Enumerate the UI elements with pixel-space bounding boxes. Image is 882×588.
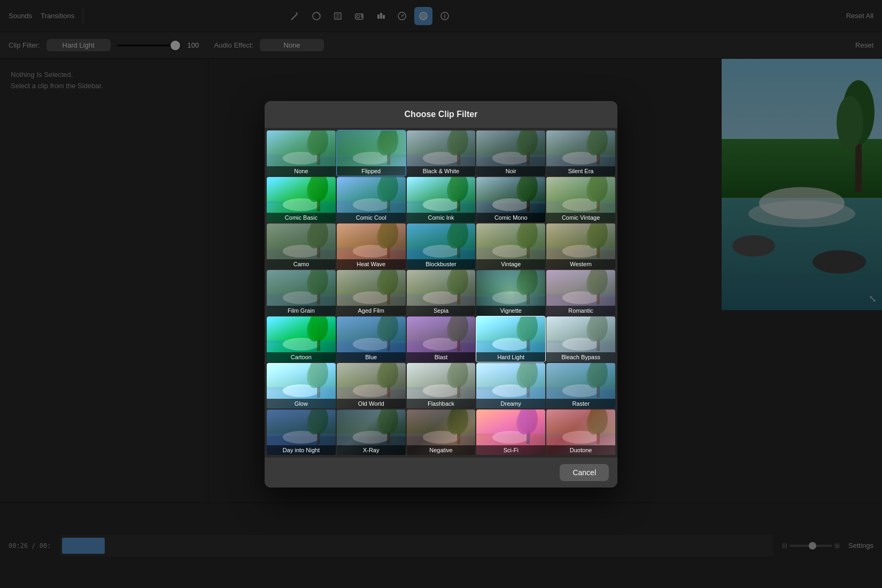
filter-name-xray: X-Ray — [337, 445, 406, 455]
filter-item-romantic[interactable]: Romantic — [546, 270, 615, 315]
svg-point-133 — [377, 272, 392, 295]
svg-point-103 — [377, 225, 392, 249]
svg-point-241 — [586, 411, 601, 435]
filter-item-heat[interactable]: Heat Wave — [337, 223, 406, 269]
filter-item-vintage[interactable]: Vintage — [476, 223, 545, 269]
filter-name-blast: Blast — [407, 352, 476, 362]
filter-item-blue[interactable]: Blue — [337, 316, 406, 362]
svg-point-193 — [377, 365, 392, 388]
filter-item-bleach[interactable]: Bleach Bypass — [546, 316, 615, 362]
svg-point-109 — [447, 225, 462, 249]
filter-name-vintage: Vintage — [476, 259, 545, 269]
svg-point-115 — [517, 225, 532, 249]
filter-name-western: Western — [546, 259, 615, 269]
filter-name-silent: Silent Era — [546, 166, 615, 176]
filter-item-blast[interactable]: Blast — [407, 316, 476, 362]
filter-item-comic-cool[interactable]: Comic Cool — [337, 177, 406, 222]
filter-name-bw: Black & White — [407, 166, 476, 176]
svg-point-163 — [377, 318, 392, 342]
svg-point-199 — [447, 365, 462, 388]
svg-point-43 — [377, 132, 392, 156]
svg-point-181 — [586, 318, 601, 342]
filter-item-silent[interactable]: Silent Era — [546, 130, 615, 176]
filter-item-none[interactable]: None — [267, 130, 336, 176]
filter-item-agedfilm[interactable]: Aged Film — [337, 270, 406, 315]
svg-point-61 — [586, 132, 601, 156]
filter-item-vignette[interactable]: Vignette — [476, 270, 545, 315]
svg-point-229 — [447, 411, 462, 435]
filter-item-duotone[interactable]: Duotone — [546, 409, 615, 455]
filter-name-blockbuster: Blockbuster — [407, 259, 476, 269]
svg-point-169 — [447, 318, 462, 342]
filter-item-noir[interactable]: Noir — [476, 130, 545, 176]
svg-point-121 — [586, 225, 601, 249]
svg-point-73 — [377, 179, 392, 202]
svg-point-157 — [307, 318, 322, 342]
svg-point-211 — [586, 365, 601, 388]
filter-item-scifi[interactable]: Sci-Fi — [476, 409, 545, 455]
filter-name-heat: Heat Wave — [337, 259, 406, 269]
filter-item-daynight[interactable]: Day into Night — [267, 409, 336, 455]
svg-point-175 — [517, 318, 532, 342]
filter-name-oldworld: Old World — [337, 399, 406, 408]
filter-item-camo[interactable]: Camo — [267, 223, 336, 269]
svg-point-217 — [307, 411, 322, 435]
filter-name-none: None — [267, 166, 336, 176]
filter-item-raster[interactable]: Raster — [546, 363, 615, 408]
filter-item-xray[interactable]: X-Ray — [337, 409, 406, 455]
filter-item-glow[interactable]: Glow — [267, 363, 336, 408]
filter-item-flashback[interactable]: Flashback — [407, 363, 476, 408]
filter-item-comic-mono[interactable]: Comic Mono — [476, 177, 545, 222]
modal-title: Choose Clip Filter — [265, 101, 617, 128]
filter-name-negative: Negative — [407, 445, 476, 455]
filter-name-glow: Glow — [267, 399, 336, 408]
filter-name-raster: Raster — [546, 399, 615, 408]
filter-name-filmgrain: Film Grain — [267, 306, 336, 315]
svg-point-67 — [307, 179, 322, 202]
filter-item-flipped[interactable]: Flipped — [337, 130, 406, 176]
filter-item-negative[interactable]: Negative — [407, 409, 476, 455]
filter-name-vignette: Vignette — [476, 306, 545, 315]
filter-name-comic-vintage: Comic Vintage — [546, 213, 615, 222]
filter-name-agedfilm: Aged Film — [337, 306, 406, 315]
svg-point-79 — [447, 179, 462, 202]
filter-name-duotone: Duotone — [546, 445, 615, 455]
svg-point-97 — [307, 225, 322, 249]
filter-item-comic-vintage[interactable]: Comic Vintage — [546, 177, 615, 222]
filter-name-daynight: Day into Night — [267, 445, 336, 455]
modal-footer: Cancel — [265, 457, 617, 488]
filter-name-sepia: Sepia — [407, 306, 476, 315]
filter-name-comic-mono: Comic Mono — [476, 213, 545, 222]
filter-name-noir: Noir — [476, 166, 545, 176]
svg-point-91 — [586, 179, 601, 202]
filter-item-comic-ink[interactable]: Comic Ink — [407, 177, 476, 222]
filter-item-western[interactable]: Western — [546, 223, 615, 269]
filter-item-oldworld[interactable]: Old World — [337, 363, 406, 408]
filter-name-cartoon: Cartoon — [267, 352, 336, 362]
svg-point-205 — [517, 365, 532, 388]
filter-name-blue: Blue — [337, 352, 406, 362]
svg-point-151 — [586, 272, 601, 295]
filter-item-cartoon[interactable]: Cartoon — [267, 316, 336, 362]
filter-name-comic-cool: Comic Cool — [337, 213, 406, 222]
filter-name-comic-basic: Comic Basic — [267, 213, 336, 222]
cancel-button[interactable]: Cancel — [560, 464, 609, 481]
filter-name-bleach: Bleach Bypass — [546, 352, 615, 362]
choose-filter-modal: Choose Clip Filter None — [265, 101, 617, 488]
filter-item-sepia[interactable]: Sepia — [407, 270, 476, 315]
svg-point-139 — [447, 272, 462, 295]
filter-name-scifi: Sci-Fi — [476, 445, 545, 455]
svg-point-145 — [517, 272, 532, 295]
svg-point-55 — [517, 132, 532, 156]
filter-item-hardlight[interactable]: Hard Light — [476, 316, 545, 362]
filter-item-bw[interactable]: Black & White — [407, 130, 476, 176]
svg-point-37 — [307, 132, 322, 156]
filter-item-filmgrain[interactable]: Film Grain — [267, 270, 336, 315]
svg-point-85 — [517, 179, 532, 202]
filter-item-blockbuster[interactable]: Blockbuster — [407, 223, 476, 269]
filter-item-dreamy[interactable]: Dreamy — [476, 363, 545, 408]
filter-name-flashback: Flashback — [407, 399, 476, 408]
filter-item-comic-basic[interactable]: Comic Basic — [267, 177, 336, 222]
svg-point-49 — [447, 132, 462, 156]
filter-name-romantic: Romantic — [546, 306, 615, 315]
